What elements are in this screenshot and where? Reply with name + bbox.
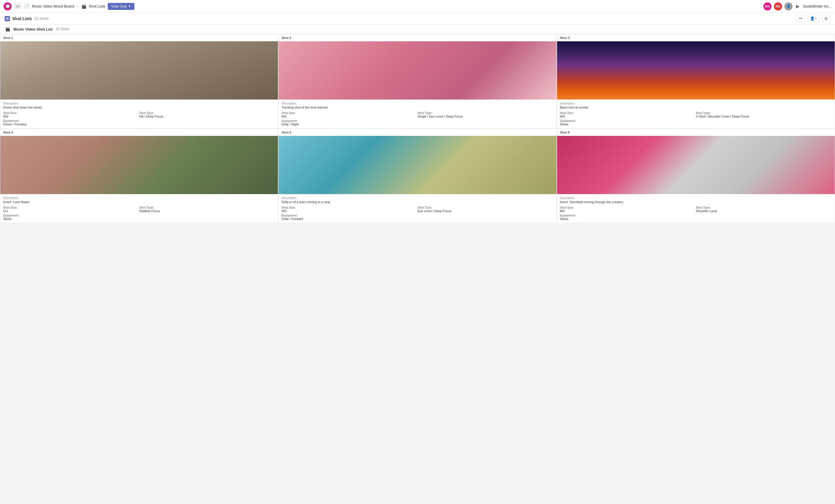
shot-meta: Shot Size: WS Shot Type: Single / Eye Le… bbox=[281, 111, 553, 126]
shots-count: 15 shots bbox=[34, 16, 48, 21]
shot-type-item: Shot Type: Single / Eye Level / Deep Foc… bbox=[418, 111, 553, 118]
avatar-user: 👤 bbox=[785, 2, 793, 10]
shot-type-item: Shot Type: HA / Deep Focus bbox=[139, 111, 275, 118]
shot-header: Shot 3 bbox=[557, 34, 835, 41]
equipment-label: Equipment: bbox=[281, 119, 553, 123]
avatar-ro: RO bbox=[763, 2, 772, 10]
shots-grid: Shot 1 Description: Drone shot down the … bbox=[0, 34, 835, 223]
shot-meta: Shot Size: WS Shot Type: Eye Level / Dee… bbox=[281, 206, 553, 220]
shot-header: Shot 6 bbox=[557, 129, 835, 136]
shot-type-value: Eye Level / Deep Focus bbox=[418, 209, 553, 213]
shot-size-value: WS bbox=[560, 114, 696, 118]
shot-meta: Shot Size: WS Shot Type: 3-Shot / Should… bbox=[560, 111, 832, 126]
description-label: Description: bbox=[281, 102, 553, 105]
shot-type-item: Shot Type: Shallow Focus bbox=[139, 206, 275, 213]
play-button[interactable]: ▶ bbox=[795, 2, 801, 10]
shot-image bbox=[0, 41, 278, 100]
avatar-rd: RD bbox=[774, 2, 782, 10]
shot-list-header: 🎬 Music Video Shot List 15 Shots bbox=[0, 24, 835, 34]
version-badge: v0 bbox=[14, 4, 22, 9]
shot-size-label: Shot Size: bbox=[3, 111, 139, 114]
shot-details: Description: Dolly-in of a train coming … bbox=[279, 194, 556, 223]
equipment-item: Equipment: Dolly / Forward bbox=[281, 214, 553, 220]
shot-header: Shot 1 bbox=[0, 34, 278, 41]
equipment-value: Sticks bbox=[560, 217, 832, 220]
shot-type-label: Shot Type: bbox=[139, 206, 275, 209]
shot-image bbox=[0, 136, 278, 194]
svg-rect-1 bbox=[6, 18, 9, 19]
shot-size-value: MS bbox=[560, 209, 696, 213]
shot-type-value: Shallow Focus bbox=[139, 209, 275, 213]
top-bar-right: RO RD 👤 ▶ StudioBinder Inc... bbox=[763, 2, 832, 10]
description-value: Drone shot down the street. bbox=[3, 106, 275, 109]
svg-rect-0 bbox=[6, 18, 9, 18]
shot-meta: Shot Size: MS Shot Type: Shoulder Level … bbox=[560, 206, 832, 220]
sub-bar-title: Shot Lists bbox=[12, 16, 32, 21]
equipment-item: Equipment: Dolly / Right bbox=[281, 119, 553, 126]
shot-size-value: WS bbox=[281, 209, 418, 213]
shot-size-item: Shot Size: MS bbox=[560, 206, 696, 213]
shot-lists-nav-icon: 🎬 bbox=[81, 4, 86, 9]
shot-size-item: Shot Size: WS bbox=[281, 206, 418, 213]
more-options-button[interactable]: ••• bbox=[796, 15, 805, 22]
description-value: Insert: Discoball coming through the cur… bbox=[560, 200, 832, 204]
shot-size-item: Shot Size: WS bbox=[560, 111, 696, 118]
shot-list-icon: 🎬 bbox=[5, 26, 11, 32]
shot-size-label: Shot Size: bbox=[281, 206, 418, 209]
description-label: Description: bbox=[3, 102, 275, 105]
app-icon: 💬 bbox=[3, 2, 12, 10]
shot-card: Shot 3 Description: Band shot at sunset … bbox=[557, 34, 835, 129]
project-icon: 📄 bbox=[24, 3, 30, 9]
shot-size-label: Shot Size: bbox=[281, 111, 418, 114]
shot-type-label: Shot Type: bbox=[418, 206, 553, 209]
description-label: Description: bbox=[560, 102, 832, 105]
shot-type-item: Shot Type: 3-Shot / Shoulder Level / Dee… bbox=[696, 111, 832, 118]
shot-meta: Shot Size: WS Shot Type: HA / Deep Focus… bbox=[3, 111, 275, 126]
description-label: Description: bbox=[560, 196, 832, 200]
equipment-value: Sticks bbox=[3, 217, 275, 220]
shot-details: Description: Drone shot down the street.… bbox=[0, 100, 278, 128]
shot-lists-nav-link[interactable]: Shot Lists bbox=[89, 4, 105, 8]
equipment-item: Equipment: Sticks bbox=[3, 214, 275, 220]
equipment-label: Equipment: bbox=[3, 119, 275, 123]
shot-image bbox=[557, 41, 835, 100]
sub-bar: Shot Lists 15 shots ••• 👤+ ⊞ bbox=[0, 13, 835, 24]
shot-card: Shot 1 Description: Drone shot down the … bbox=[0, 34, 278, 129]
shot-type-label: Shot Type: bbox=[696, 206, 832, 209]
equipment-value: Drone / Forward bbox=[3, 123, 275, 126]
equipment-item: Equipment: Drone / Forward bbox=[3, 119, 275, 126]
equipment-value: Dolly / Forward bbox=[281, 217, 553, 220]
description-label: Description: bbox=[3, 196, 275, 200]
description-value: Dolly-in of a train coming to a stop. bbox=[281, 200, 553, 204]
add-member-button[interactable]: 👤+ bbox=[807, 15, 819, 22]
description-label: Description: bbox=[281, 196, 553, 200]
equipment-label: Equipment: bbox=[560, 119, 832, 123]
shot-header: Shot 2 bbox=[279, 34, 556, 41]
shot-card: Shot 2 Description: Tracking shot of the… bbox=[278, 34, 556, 129]
shot-size-value: WS bbox=[3, 114, 139, 118]
top-bar: 💬 v0 📄 Music Video Mood Board > 🎬 Shot L… bbox=[0, 0, 835, 13]
description-value: Tracking shot of the love interest. bbox=[281, 106, 553, 109]
top-bar-left: 💬 v0 📄 Music Video Mood Board > 🎬 Shot L… bbox=[3, 2, 761, 10]
shot-details: Description: Insert: Discoball coming th… bbox=[557, 194, 835, 223]
shot-type-value: Single / Eye Level / Deep Focus bbox=[418, 114, 553, 118]
shot-details: Description: Insert: Lone flower Shot Si… bbox=[0, 194, 278, 223]
description-value: Insert: Lone flower bbox=[3, 200, 275, 204]
view-only-button[interactable]: View Only ▼ bbox=[108, 3, 135, 10]
svg-rect-2 bbox=[6, 19, 9, 20]
shot-size-value: WS bbox=[281, 114, 418, 118]
shot-card: Shot 4 Description: Insert: Lone flower … bbox=[0, 129, 278, 223]
expand-button[interactable]: ⊞ bbox=[822, 15, 830, 22]
shot-header: Shot 5 bbox=[279, 129, 556, 136]
shot-size-label: Shot Size: bbox=[560, 206, 696, 209]
shot-card: Shot 5 Description: Dolly-in of a train … bbox=[278, 129, 556, 223]
shot-lists-icon bbox=[5, 16, 10, 21]
shot-image bbox=[557, 136, 835, 194]
shot-size-item: Shot Size: CU bbox=[3, 206, 139, 213]
shot-list-count: 15 Shots bbox=[56, 27, 69, 31]
shot-type-item: Shot Type: Eye Level / Deep Focus bbox=[418, 206, 553, 213]
shot-size-item: Shot Size: WS bbox=[3, 111, 139, 118]
studio-label: StudioBinder Inc... bbox=[803, 4, 832, 8]
shot-meta: Shot Size: CU Shot Type: Shallow Focus E… bbox=[3, 206, 275, 220]
shot-header: Shot 4 bbox=[0, 129, 278, 136]
